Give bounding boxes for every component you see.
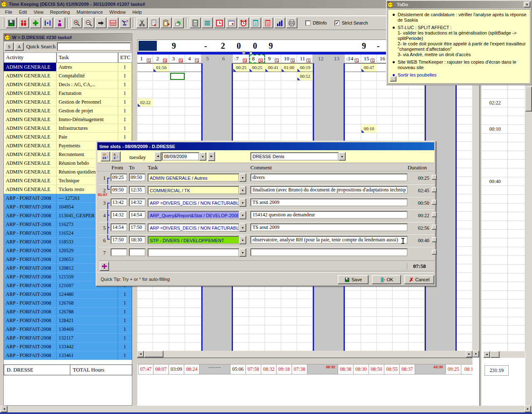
- time-entry[interactable]: 01:56: [153, 64, 169, 72]
- day-header-10[interactable]: 10: [281, 55, 297, 63]
- to-input[interactable]: [129, 174, 146, 181]
- duration-spin-button[interactable]: [432, 237, 437, 242]
- copy-page-button[interactable]: [148, 17, 160, 28]
- task-dropdown-icon[interactable]: ▼: [239, 186, 246, 194]
- day-header-14[interactable]: 1438: [345, 55, 361, 63]
- cell-activity[interactable]: ADMIN GENERALE: [4, 89, 57, 98]
- time-entry[interactable]: 00:41: [265, 64, 281, 72]
- cell-activity[interactable]: ADMIN GENERALE: [4, 176, 57, 185]
- day-clock-icon[interactable]: [291, 59, 294, 62]
- cell-activity[interactable]: ADMIN GENERALE: [4, 80, 57, 89]
- clock-button[interactable]: [214, 17, 225, 28]
- list-button[interactable]: [202, 17, 213, 28]
- from-input[interactable]: [111, 248, 127, 256]
- grid-vertical-scrollbar[interactable]: ▲ ▼: [473, 55, 479, 357]
- scroll-left-icon[interactable]: ◄: [1, 406, 7, 412]
- scroll-right-icon[interactable]: ►: [466, 351, 473, 357]
- comment-input[interactable]: [250, 174, 408, 181]
- duration-spin-button[interactable]: [432, 200, 437, 205]
- from-input[interactable]: [111, 174, 127, 181]
- save-button[interactable]: [6, 17, 17, 28]
- right-hscroll-thumb[interactable]: [490, 351, 500, 358]
- day-clock-icon[interactable]: [355, 59, 359, 62]
- strict-search-checkbox[interactable]: ✓: [334, 20, 340, 26]
- comment-input[interactable]: [250, 236, 408, 244]
- cell-etc[interactable]: 1: [118, 342, 132, 351]
- selected-grid-cell[interactable]: [170, 73, 185, 80]
- cell-task[interactable]: 128421: [57, 316, 118, 325]
- table-row[interactable]: ADMIN GENERALEComptabilité1: [4, 72, 132, 80]
- day-header-2[interactable]: 2: [153, 55, 169, 63]
- task-combo-field[interactable]: ARP_Query&Report&Stat / DEVELOP-2008: [148, 211, 239, 219]
- cell-task[interactable]: 132117: [57, 334, 118, 342]
- table-row[interactable]: ARP - FORFAIT-20081267681: [4, 299, 132, 307]
- summary-button[interactable]: Σ: [119, 17, 131, 28]
- cell-activity[interactable]: ARP - FORFAIT-2008: [4, 246, 57, 255]
- cell-activity[interactable]: ARP - FORFAIT-2008: [4, 307, 57, 316]
- from-input[interactable]: [111, 211, 127, 219]
- cell-activity[interactable]: ARP - FORFAIT-2008: [4, 290, 57, 299]
- day-clock-icon[interactable]: [147, 59, 151, 62]
- cell-task[interactable]: 133442: [57, 342, 118, 351]
- cell-activity[interactable]: ADMIN GENERALE: [4, 141, 57, 150]
- table-row[interactable]: ARP - FORFAIT-20081304691: [4, 325, 132, 334]
- day-header-3[interactable]: 3: [169, 55, 185, 63]
- table-row[interactable]: ADMIN GENERALEAutres1: [4, 63, 132, 72]
- table-row[interactable]: ARP - FORFAIT-20081334611: [4, 351, 132, 360]
- cell-etc[interactable]: 1: [118, 133, 132, 141]
- cell-activity[interactable]: ARP - FORFAIT-2008: [4, 273, 57, 281]
- column-header-task[interactable]: Task: [57, 52, 118, 63]
- cell-activity[interactable]: ARP - FORFAIT-2008: [4, 229, 57, 238]
- cell-etc[interactable]: 1: [118, 89, 132, 98]
- column-header-activity[interactable]: Activity: [4, 52, 57, 63]
- cell-etc[interactable]: 1: [118, 307, 132, 316]
- task-dropdown-icon[interactable]: ▼: [239, 236, 246, 244]
- zoom-out-button[interactable]: [83, 17, 94, 28]
- todo-item[interactable]: Désistement de candidature : vérifier l'…: [391, 12, 527, 23]
- cell-activity[interactable]: ADMIN GENERALE: [4, 150, 57, 159]
- day-header-4[interactable]: 4: [185, 55, 201, 63]
- scroll-left-icon[interactable]: ◄: [483, 351, 490, 358]
- cell-activity[interactable]: ARP - FORFAIT-2008: [4, 351, 57, 360]
- todo-more-button[interactable]: ...: [390, 76, 396, 82]
- cell-activity[interactable]: ARP - FORFAIT-2008: [4, 281, 57, 290]
- day-clock-icon[interactable]: [195, 59, 199, 62]
- person-dropdown-icon[interactable]: ▼: [339, 152, 346, 161]
- menu-edit[interactable]: Edit: [16, 9, 30, 15]
- cell-activity[interactable]: ARP - FORFAIT-2008: [4, 203, 57, 211]
- table-row[interactable]: ARP - FORFAIT-20081284211: [4, 316, 132, 325]
- day-header-11[interactable]: 11: [297, 55, 313, 63]
- to-input[interactable]: [129, 236, 146, 244]
- cell-activity[interactable]: ARP - FORFAIT-2008: [4, 264, 57, 273]
- cell-task[interactable]: Autres: [57, 63, 118, 72]
- task-combo-field[interactable]: ARP =DIVERS_DECIS / NON FACTURABL: [148, 223, 239, 232]
- cell-activity[interactable]: ARP - FORFAIT-2008: [4, 255, 57, 264]
- cell-activity[interactable]: ADMIN GENERALE: [4, 107, 57, 115]
- right-vertical-scrollbar[interactable]: [525, 40, 532, 406]
- menu-maintenance[interactable]: Maintenance: [73, 9, 106, 15]
- cell-activity[interactable]: ARP - FORFAIT-2008: [4, 238, 57, 246]
- duration-spin-button[interactable]: [432, 187, 437, 192]
- day-clock-icon[interactable]: [179, 59, 183, 62]
- task-dropdown-icon[interactable]: ▼: [239, 198, 246, 207]
- zoom-in-button[interactable]: [71, 17, 82, 28]
- to-input[interactable]: [129, 198, 146, 206]
- right-vscroll-thumb[interactable]: [525, 87, 532, 112]
- calculator-button[interactable]: [190, 17, 201, 28]
- comment-input[interactable]: [250, 211, 408, 219]
- day-header-7[interactable]: 737: [233, 55, 249, 63]
- table-row[interactable]: ADMIN GENERALEInfrastructures1: [4, 124, 132, 133]
- cell-activity[interactable]: ARP - FORFAIT-2008: [4, 211, 57, 220]
- table-row[interactable]: ADMIN GENERALEGestion de Personnel1: [4, 98, 132, 107]
- cell-etc[interactable]: 1: [118, 351, 132, 360]
- cell-task[interactable]: Comptabilité: [57, 72, 118, 80]
- fit-columns-button[interactable]: [42, 17, 53, 28]
- cell-activity[interactable]: ADMIN GENERALE: [4, 168, 57, 176]
- day-header-5[interactable]: 5: [201, 55, 217, 63]
- table-row[interactable]: ADMIN GENERALEPaie1: [4, 133, 132, 141]
- task-dropdown-icon[interactable]: ▼: [239, 223, 246, 232]
- comment-input[interactable]: [250, 198, 408, 206]
- time-entry[interactable]: 01:00: [282, 64, 297, 72]
- cell-task[interactable]: Infrastructures: [57, 124, 118, 133]
- task-combo-field[interactable]: [148, 248, 239, 257]
